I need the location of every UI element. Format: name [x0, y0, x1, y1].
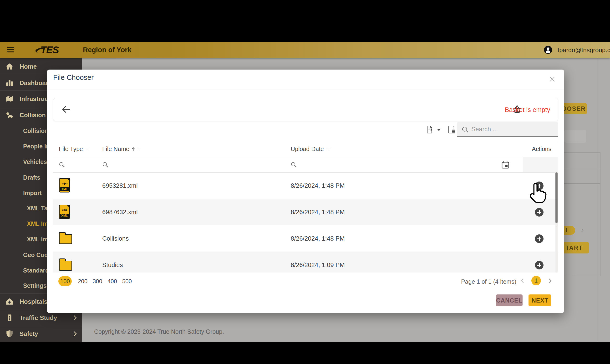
- file-name-filter-icon[interactable]: [103, 162, 107, 166]
- column-header-upload-date[interactable]: Upload Date: [291, 145, 330, 153]
- dialog-title: File Chooser: [53, 73, 94, 81]
- folder-icon: [59, 234, 72, 244]
- upload-date-filter-icon[interactable]: [291, 162, 295, 166]
- close-icon[interactable]: [548, 76, 556, 83]
- bar-chart-icon: [5, 78, 14, 87]
- filter-icon[interactable]: [85, 147, 89, 151]
- page-size-100[interactable]: 100: [58, 276, 72, 286]
- page-title: Region of York: [83, 46, 131, 54]
- copyright-text: Copyright © 2023-2024 True North Safety …: [94, 328, 224, 335]
- calendar-icon[interactable]: [501, 160, 510, 170]
- table-filter-row: [53, 157, 558, 172]
- user-email: tpardo@tnsgroup.ca: [558, 46, 610, 54]
- page-size-200[interactable]: 200: [76, 276, 89, 286]
- column-header-actions: Actions: [532, 145, 551, 153]
- sidebar-item-safety[interactable]: Safety: [0, 326, 82, 341]
- app-header: TES Region of York tpardo@tnsgroup.ca: [0, 42, 610, 58]
- table-body: <⊕> XML 6953281.xml 8/26/2024, 1:48 PM <…: [53, 172, 558, 273]
- table-row-folder-studies[interactable]: Studies 8/26/2024, 1:09 PM: [53, 252, 558, 273]
- upload-date: 8/26/2024, 1:48 PM: [291, 235, 345, 242]
- folder-icon: [59, 260, 72, 271]
- xml-file-icon: <⊕> XML: [59, 178, 70, 193]
- upload-date: 8/26/2024, 1:48 PM: [291, 208, 345, 216]
- screen: TES Region of York tpardo@tnsgroup.ca Ho…: [0, 0, 610, 364]
- collision-icon: [5, 111, 14, 119]
- add-to-basket-button[interactable]: [535, 208, 544, 217]
- hamburger-menu-icon[interactable]: [7, 46, 15, 54]
- home-icon: [5, 62, 14, 71]
- add-to-basket-button[interactable]: [535, 234, 544, 243]
- search-input[interactable]: [471, 126, 550, 133]
- upload-date: 8/26/2024, 1:48 PM: [291, 182, 345, 189]
- background-panel: [564, 130, 586, 143]
- logo-text: TES: [40, 44, 59, 56]
- sort-ascending-icon: [132, 147, 135, 151]
- file-name: 6953281.xml: [102, 182, 138, 189]
- table-row-folder-collisions[interactable]: Collisions 8/26/2024, 1:48 PM: [53, 225, 558, 252]
- filter-icon[interactable]: [326, 147, 330, 151]
- xml-file-icon: <⊕> XML: [59, 205, 70, 219]
- column-header-file-type[interactable]: File Type: [59, 145, 89, 153]
- letterbox-top: [0, 0, 610, 42]
- table-header: File Type File Name Upload Date Actions: [53, 141, 558, 157]
- tes-logo: TES: [36, 44, 65, 56]
- background-next-chevron-icon[interactable]: ›: [581, 225, 584, 234]
- shield-icon: [5, 329, 14, 338]
- search-icon: [462, 127, 467, 131]
- file-name: 6987632.xml: [102, 208, 138, 216]
- file-chooser-dialog: File Chooser Basket is empty: [47, 70, 564, 313]
- file-chooser-background-button[interactable]: OOSER: [560, 103, 587, 114]
- table-row-xml-2[interactable]: <⊕> XML 6987632.xml 8/26/2024, 1:48 PM: [53, 199, 558, 225]
- next-button[interactable]: NEXT: [529, 294, 551, 306]
- actions-filter-cell: [523, 157, 558, 172]
- basket-status: Basket is empty: [505, 106, 550, 114]
- page-size-400[interactable]: 400: [105, 276, 119, 286]
- cancel-button[interactable]: CANCEL: [496, 294, 522, 306]
- add-to-basket-button[interactable]: [535, 182, 544, 190]
- column-header-file-name[interactable]: File Name: [102, 145, 141, 153]
- search-box: [457, 122, 558, 137]
- previous-page-icon[interactable]: [521, 278, 525, 283]
- column-chooser-icon[interactable]: [448, 125, 456, 135]
- filter-icon[interactable]: [137, 147, 141, 151]
- chevron-right-icon: [72, 331, 77, 336]
- page-size-300[interactable]: 300: [91, 276, 104, 286]
- add-to-basket-button[interactable]: [535, 261, 544, 269]
- export-dropdown-caret-icon[interactable]: [437, 129, 441, 131]
- page-summary: Page 1 of 1 (4 items): [461, 278, 516, 285]
- hospital-icon: [5, 297, 14, 306]
- letterbox-bottom: [0, 342, 610, 364]
- file-name: Collisions: [102, 235, 129, 242]
- page-size-500[interactable]: 500: [120, 276, 134, 286]
- background-divider: [597, 58, 598, 342]
- chevron-right-icon: [72, 315, 77, 320]
- table-row-xml-1[interactable]: <⊕> XML 6953281.xml 8/26/2024, 1:48 PM: [53, 172, 558, 199]
- export-icon[interactable]: [426, 125, 434, 135]
- file-name: Studies: [102, 261, 123, 269]
- map-icon: [5, 95, 14, 103]
- upload-date: 8/26/2024, 1:09 PM: [291, 261, 345, 269]
- back-arrow-icon[interactable]: [62, 105, 71, 114]
- file-type-filter-icon[interactable]: [59, 162, 63, 166]
- traffic-light-icon: [5, 313, 14, 322]
- pagination-bar: 100 200 300 400 500 Page 1 of 1 (4 items…: [53, 273, 558, 290]
- scrollbar-thumb[interactable]: [556, 172, 558, 223]
- current-page-button[interactable]: 1: [531, 276, 541, 286]
- next-page-icon[interactable]: [547, 278, 551, 283]
- title-divider: [47, 90, 564, 90]
- navigation-card: Basket is empty: [53, 98, 558, 121]
- user-avatar-icon[interactable]: [544, 46, 552, 55]
